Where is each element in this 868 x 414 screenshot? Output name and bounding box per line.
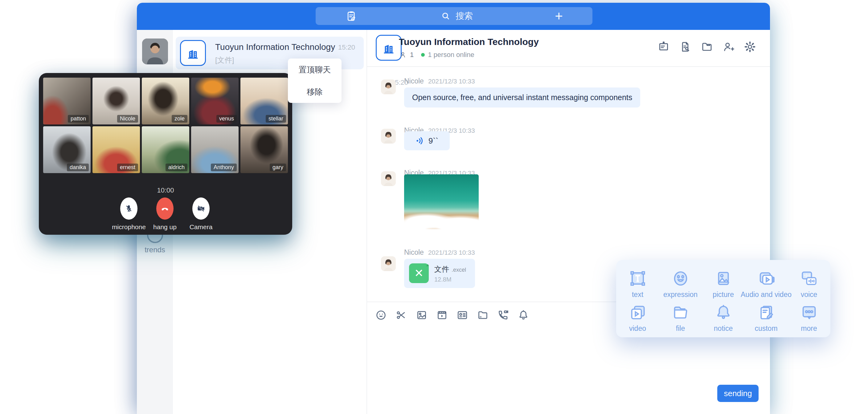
file-folder-icon	[671, 303, 690, 322]
clipboard-edit-icon[interactable]	[345, 10, 358, 22]
text-frame-icon	[628, 269, 647, 288]
video-call-overlay: patton Nicole zole venus stellar danika …	[39, 73, 292, 235]
participant-tile: patton	[43, 77, 91, 124]
picture-icon[interactable]	[415, 309, 428, 321]
participant-tile: gary	[241, 126, 288, 173]
chat-item-preview: [文件]	[215, 55, 234, 65]
participant-name: Nicole	[117, 115, 138, 123]
participant-tile: Anthony	[191, 126, 239, 173]
notice-bell-icon[interactable]	[517, 309, 530, 321]
file-size: 12.8M	[434, 276, 452, 283]
chat-header: Tuoyun Information Technology 1 1 person…	[367, 30, 770, 67]
panel-item-notice[interactable]: notice	[702, 299, 745, 333]
voice-message-bubble[interactable]: 9``	[404, 131, 450, 150]
participant-name: zole	[172, 115, 187, 123]
screenshot-scissors-icon[interactable]	[395, 309, 407, 321]
menu-item-pin-chat[interactable]: 置顶聊天	[288, 59, 342, 81]
panel-label: picture	[713, 290, 734, 299]
gear-icon[interactable]	[743, 40, 756, 53]
avatar[interactable]	[381, 79, 396, 94]
trends-label: trends	[137, 246, 173, 254]
panel-label: text	[632, 290, 643, 299]
search-bar[interactable]: 搜索 +	[316, 7, 592, 25]
chat-subtitle: 1 1 person online	[399, 51, 474, 59]
panel-item-video[interactable]: video	[616, 299, 659, 333]
image-message-beach-photo[interactable]	[404, 174, 479, 229]
panel-item-text[interactable]: text	[616, 265, 659, 299]
hang-up-label: hang up	[153, 223, 177, 231]
user-avatar[interactable]	[142, 38, 168, 64]
message-meta: Nicole 2021/12/3 10:33	[404, 248, 475, 257]
participant-tile: ernest	[92, 126, 140, 173]
contact-card-icon[interactable]	[456, 309, 468, 321]
message-type-panel: text expression picture	[616, 260, 830, 337]
camera-button[interactable]	[192, 197, 210, 220]
panel-label: custom	[754, 324, 777, 333]
panel-item-more[interactable]: more	[787, 299, 830, 333]
camera-label: Camera	[190, 223, 213, 231]
panel-label: notice	[714, 324, 733, 333]
file-extension: .excel	[452, 267, 466, 273]
search-placeholder: 搜索	[456, 10, 473, 22]
notice-bell-icon	[714, 303, 733, 322]
participant-tile: aldrich	[142, 126, 189, 173]
audio-video-icon	[757, 269, 776, 288]
panel-label: file	[676, 324, 685, 333]
document-search-icon[interactable]	[679, 40, 692, 53]
menu-item-remove[interactable]: 移除	[288, 81, 342, 103]
panel-label: expression	[663, 290, 698, 299]
camera-muted-icon	[196, 204, 206, 213]
file-message-bubble[interactable]: ✕ 文件 .excel 12.8M	[404, 259, 475, 288]
participant-name: Anthony	[211, 164, 237, 171]
folder-icon[interactable]	[700, 40, 713, 53]
file-folder-icon[interactable]	[476, 309, 489, 321]
video-call-phone-icon[interactable]	[497, 309, 509, 321]
hang-up-button[interactable]	[156, 197, 174, 220]
call-timer: 10:00	[39, 186, 292, 194]
message-time: 2021/12/3 10:33	[428, 77, 475, 85]
panel-label: Audio and video	[741, 290, 792, 299]
sender-name: Nicole	[404, 77, 424, 85]
file-name: 文件	[434, 264, 449, 274]
message-time: 2021/12/3 10:33	[428, 249, 475, 256]
message-meta: Nicole 2021/12/3 10:33	[404, 77, 475, 85]
participant-tile: zole	[142, 77, 189, 124]
panel-item-file[interactable]: file	[659, 299, 702, 333]
avatar[interactable]	[381, 129, 396, 144]
microphone-button[interactable]	[120, 197, 137, 220]
send-button[interactable]: sending	[717, 385, 758, 402]
participant-name: gary	[270, 164, 286, 171]
excel-file-icon: ✕	[409, 263, 429, 283]
panel-label: more	[801, 324, 817, 333]
panel-item-custom[interactable]: custom	[745, 299, 787, 333]
search-input[interactable]: 搜索	[439, 10, 473, 22]
emoji-icon[interactable]	[375, 309, 387, 321]
participant-name: aldrich	[165, 164, 187, 171]
plus-icon[interactable]: +	[555, 10, 563, 22]
panel-item-voice[interactable]: voice	[787, 265, 830, 299]
online-status-dot	[421, 53, 425, 57]
avatar[interactable]	[381, 256, 396, 271]
add-person-icon[interactable]	[722, 40, 735, 53]
chat-title: Tuoyun Information Technology	[399, 37, 539, 47]
member-person-icon	[399, 51, 407, 59]
panel-item-expression[interactable]: expression	[659, 265, 702, 299]
page: 搜索 + trends	[0, 0, 868, 414]
video-play-icon	[628, 303, 647, 322]
participant-name: venus	[216, 115, 237, 123]
organization-building-icon	[180, 40, 206, 66]
participant-tile: venus	[191, 77, 239, 124]
participant-name: stellar	[266, 115, 286, 123]
avatar[interactable]	[381, 171, 396, 186]
announcement-board-icon[interactable]	[657, 40, 670, 53]
participant-tile: stellar	[241, 77, 288, 124]
participant-grid: patton Nicole zole venus stellar danika …	[43, 77, 288, 173]
panel-item-audio-video[interactable]: Audio and video	[745, 265, 787, 299]
video-clip-icon[interactable]	[436, 309, 448, 321]
panel-item-picture[interactable]: picture	[702, 265, 745, 299]
chat-header-tools	[657, 40, 756, 53]
participant-name: ernest	[117, 164, 138, 171]
sender-name: Nicole	[404, 248, 424, 257]
participant-name: danika	[67, 164, 89, 171]
file-x-glyph: ✕	[414, 268, 424, 279]
